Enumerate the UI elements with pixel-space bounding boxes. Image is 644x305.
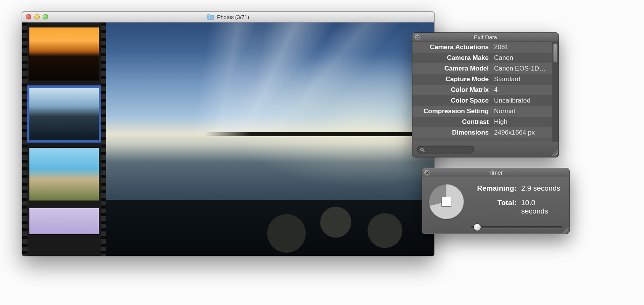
exif-row[interactable]: Color SpaceUncalibrated — [412, 95, 552, 106]
thumbnail[interactable] — [29, 148, 99, 201]
svg-line-1 — [423, 150, 424, 151]
exif-value: High — [494, 118, 548, 126]
exif-value: Normal — [494, 108, 548, 115]
window-body — [22, 22, 434, 256]
main-window: Photos (3/71) — [22, 11, 435, 256]
filmstrip[interactable] — [22, 22, 106, 256]
exif-row[interactable]: Camera ModelCanon EOS-1Ds Mark II — [412, 63, 552, 74]
exif-key: Color Space — [416, 97, 489, 104]
window-title: Photos (3/71) — [217, 14, 249, 20]
timer-remaining-value: 2.9 seconds — [521, 184, 562, 193]
exif-body: Camera Actuations2061Camera MakeCanonCam… — [412, 42, 559, 142]
search-icon — [420, 148, 425, 152]
exif-key: Capture Mode — [416, 75, 489, 83]
exif-key: Color Matrix — [416, 86, 489, 94]
image-decoration — [106, 22, 434, 135]
timer-remaining-row: Remaining: 2.9 seconds — [471, 184, 562, 193]
timer-total-row: Total: 10.0 seconds — [471, 199, 562, 215]
window-title-group: Photos (3/71) — [207, 14, 249, 20]
close-icon[interactable] — [415, 34, 421, 40]
exif-panel-titlebar[interactable]: Exif Data — [412, 33, 559, 42]
scrollbar-thumb[interactable] — [553, 43, 557, 63]
timer-total-value: 10.0 seconds — [521, 199, 562, 215]
scrollbar[interactable] — [552, 42, 559, 142]
resize-grip[interactable] — [562, 227, 568, 233]
thumbnail[interactable] — [29, 208, 99, 234]
exif-value: 2496x1664 px — [494, 129, 548, 136]
timer-panel[interactable]: Timer Remaining: 2.9 seconds Total: 10.0… — [422, 168, 570, 234]
slider-knob[interactable] — [474, 224, 481, 231]
image-viewer[interactable] — [106, 22, 434, 256]
film-sprockets-left — [22, 22, 27, 256]
exif-value: Uncalibrated — [494, 97, 548, 104]
exif-value: Standard — [494, 75, 548, 83]
exif-key: Camera Model — [416, 65, 489, 72]
exif-key: Compression Setting — [416, 108, 489, 115]
search-field[interactable] — [417, 146, 474, 154]
timer-total-label: Total: — [471, 199, 517, 215]
exif-rows: Camera Actuations2061Camera MakeCanonCam… — [412, 42, 552, 142]
exif-key: Dimensions — [416, 129, 489, 136]
exif-value: Canon — [494, 54, 548, 62]
exif-key: Camera Actuations — [416, 43, 489, 51]
image-decoration — [204, 132, 434, 136]
exif-footer — [412, 142, 559, 157]
exif-row[interactable]: Color Matrix4 — [412, 85, 552, 95]
exif-row[interactable]: ContrastHigh — [412, 117, 552, 127]
exif-key: Camera Make — [416, 54, 489, 62]
film-sprockets-right — [101, 22, 106, 256]
slider-track — [471, 226, 562, 228]
exif-value: Canon EOS-1Ds Mark II — [494, 65, 548, 72]
close-icon[interactable] — [424, 170, 430, 176]
folder-icon — [207, 14, 214, 20]
exif-row[interactable]: Camera MakeCanon — [412, 53, 552, 63]
exif-value: 4 — [494, 86, 548, 94]
window-controls — [26, 14, 48, 19]
timer-panel-titlebar[interactable]: Timer — [422, 168, 569, 177]
titlebar[interactable]: Photos (3/71) — [22, 12, 434, 22]
minimize-window-button[interactable] — [34, 14, 40, 19]
thumbnail[interactable] — [29, 27, 99, 80]
timer-remaining-label: Remaining: — [471, 184, 517, 193]
thumbnail[interactable] — [29, 87, 99, 141]
timer-body: Remaining: 2.9 seconds Total: 10.0 secon… — [422, 177, 569, 234]
exif-panel[interactable]: Exif Data Camera Actuations2061Camera Ma… — [412, 32, 559, 157]
exif-key: Contrast — [416, 118, 489, 126]
timer-slider[interactable] — [471, 224, 562, 231]
exif-row[interactable]: Dimensions2496x1664 px — [412, 127, 552, 138]
main-image — [106, 22, 434, 256]
timer-panel-title: Timer — [488, 169, 503, 176]
exif-row[interactable]: Capture ModeStandard — [412, 74, 552, 85]
image-decoration — [106, 200, 434, 256]
exif-row[interactable]: Compression SettingNormal — [412, 106, 552, 117]
timer-pie-icon[interactable] — [429, 184, 464, 219]
resize-grip[interactable] — [552, 150, 558, 156]
stop-icon[interactable] — [442, 197, 451, 206]
exif-panel-title: Exif Data — [474, 34, 497, 40]
exif-row[interactable]: Camera Actuations2061 — [412, 42, 552, 53]
timer-readout: Remaining: 2.9 seconds Total: 10.0 secon… — [471, 183, 562, 231]
exif-value: 2061 — [494, 43, 548, 51]
zoom-window-button[interactable] — [43, 14, 48, 19]
search-input[interactable] — [427, 147, 491, 152]
close-window-button[interactable] — [26, 14, 31, 19]
